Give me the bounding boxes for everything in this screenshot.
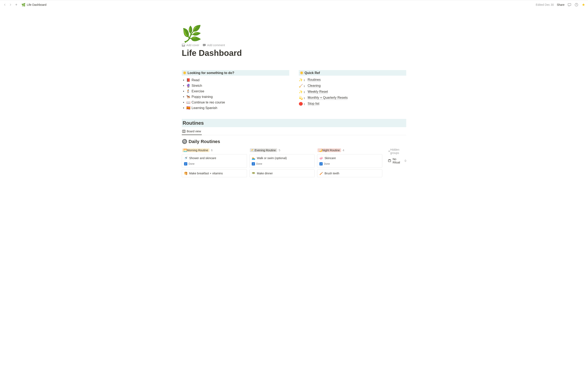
list-item[interactable]: 🔮Stretch bbox=[182, 83, 289, 88]
quickref-column: ☀️Quick Ref ✨↗Routines🧹↗Cleaning✨↗Weekly… bbox=[299, 70, 406, 111]
breadcrumb-icon: 🌿 bbox=[21, 3, 26, 7]
card-title: 🥗Make dinner bbox=[252, 172, 312, 175]
list-item[interactable]: 🐕‍🦺Poppy training bbox=[182, 94, 289, 100]
column-count: 6 bbox=[211, 148, 213, 152]
done-label: Done bbox=[324, 162, 330, 165]
svg-rect-4 bbox=[203, 44, 206, 46]
quickref-link[interactable]: 🛑↗Stop list bbox=[299, 101, 406, 107]
daily-emoji: 🔘 bbox=[182, 139, 187, 144]
board-column: 🌅Morning Routine6🚿Shower and skincare✓Do… bbox=[182, 148, 247, 179]
board-view-tab[interactable]: Board view bbox=[182, 128, 202, 135]
add-cover-button[interactable]: Add cover bbox=[182, 43, 199, 47]
column-tag[interactable]: ⛅Evening Routine bbox=[250, 148, 277, 152]
list-item[interactable]: 📕Read bbox=[182, 77, 289, 83]
svg-point-3 bbox=[183, 44, 183, 45]
add-column-button[interactable]: + bbox=[388, 149, 390, 154]
todo-section-header: ☀️Looking for something to do? bbox=[182, 70, 289, 76]
item-emoji: ✨ bbox=[299, 78, 303, 82]
routines-header: Routines bbox=[182, 119, 406, 127]
list-item[interactable]: 📖Continue te reo course bbox=[182, 100, 289, 105]
board-card[interactable]: 🥞Make breakfast + vitamins bbox=[182, 169, 247, 177]
todo-header-text: Looking for something to do? bbox=[187, 71, 234, 75]
new-page-button[interactable]: + bbox=[14, 2, 19, 7]
nav-back-button[interactable] bbox=[2, 2, 7, 7]
share-button[interactable]: Share bbox=[557, 3, 564, 6]
hidden-groups-header: + Hidden groups bbox=[388, 148, 406, 155]
list-item[interactable]: 🏌️Exercise bbox=[182, 88, 289, 94]
svg-rect-5 bbox=[182, 130, 185, 133]
item-text: Poppy training bbox=[192, 95, 213, 99]
svg-rect-0 bbox=[568, 3, 571, 6]
add-comment-button[interactable]: Add comment bbox=[203, 43, 225, 47]
card-title-text: Skincare bbox=[325, 156, 336, 160]
page-title[interactable]: Life Dashboard bbox=[182, 48, 406, 58]
item-emoji: 🐕‍🦺 bbox=[186, 95, 190, 99]
board-card[interactable]: 🥗Make dinner bbox=[249, 169, 315, 177]
favorite-star-icon[interactable]: ★ bbox=[581, 3, 586, 7]
checkbox-checked-icon[interactable]: ✓ bbox=[184, 162, 187, 165]
quickref-link[interactable]: ✨↗Routines bbox=[299, 77, 406, 83]
no-ritual-count: 0 bbox=[405, 159, 406, 162]
board-card[interactable]: 🚿Shower and skincare✓Done bbox=[182, 154, 247, 168]
comments-icon[interactable] bbox=[567, 3, 572, 7]
card-emoji: 🪥 bbox=[319, 172, 323, 175]
page-icon[interactable]: 🌿 bbox=[182, 26, 406, 42]
item-emoji: 🧹 bbox=[299, 84, 303, 88]
quickref-header-text: Quick Ref bbox=[304, 71, 320, 75]
daily-title-text: Daily Routines bbox=[188, 139, 220, 144]
column-tag[interactable]: 🌅Morning Routine bbox=[182, 148, 209, 152]
link-text: Cleaning bbox=[308, 84, 321, 88]
routines-section: Routines Board view 🔘 Daily Routines 🌅Mo… bbox=[182, 119, 406, 179]
board-column-header: 🌅Morning Routine6 bbox=[182, 148, 247, 154]
item-emoji: ✨ bbox=[299, 90, 303, 94]
link-text: Routines bbox=[308, 78, 321, 82]
column-count: 4 bbox=[343, 148, 344, 152]
item-text: Stretch bbox=[192, 84, 202, 88]
card-done-row: ✓Done bbox=[252, 162, 312, 165]
quickref-link[interactable]: 💫↗Monthly + Quarterly Resets bbox=[299, 95, 406, 101]
nav-forward-button[interactable] bbox=[8, 2, 13, 7]
board-view-label: Board view bbox=[187, 130, 201, 133]
item-emoji: 🔮 bbox=[186, 84, 190, 88]
item-emoji: 🇪🇸 bbox=[186, 106, 190, 110]
todo-list: 📕Read🔮Stretch🏌️Exercise🐕‍🦺Poppy training… bbox=[182, 77, 289, 111]
column-tag[interactable]: 🌙Night Routine bbox=[317, 148, 341, 152]
item-emoji: 💫 bbox=[299, 96, 303, 100]
updates-icon[interactable] bbox=[574, 3, 578, 7]
hidden-groups-column: + Hidden groups No Ritual 0 bbox=[385, 148, 406, 179]
card-done-row: ✓Done bbox=[319, 162, 380, 165]
breadcrumb[interactable]: 🌿 Life Dashboard bbox=[21, 3, 46, 7]
no-ritual-group[interactable]: No Ritual 0 bbox=[388, 158, 406, 164]
board-card[interactable]: 🧼Skincare✓Done bbox=[317, 154, 382, 168]
item-emoji: 🏌️ bbox=[186, 89, 190, 93]
link-text: Weekly Reset bbox=[308, 90, 328, 94]
card-emoji: 🥞 bbox=[184, 172, 187, 175]
sun-icon: ☀️ bbox=[300, 71, 304, 75]
checkbox-checked-icon[interactable]: ✓ bbox=[252, 162, 255, 165]
board-column-header: 🌙Night Routine4 bbox=[317, 148, 382, 154]
topbar-left: + 🌿 Life Dashboard bbox=[2, 2, 46, 7]
edited-timestamp: Edited Dec 30 bbox=[536, 3, 554, 6]
list-item[interactable]: 🇪🇸Learning Spanish bbox=[182, 105, 289, 111]
board-card[interactable]: 🪥Brush teeth bbox=[317, 169, 382, 177]
checkbox-checked-icon[interactable]: ✓ bbox=[319, 162, 323, 165]
link-arrow-icon: ↗ bbox=[303, 79, 306, 82]
card-title: 🪥Brush teeth bbox=[319, 172, 380, 175]
board-card[interactable]: 🏊Walk or swim (optional)✓Done bbox=[249, 154, 315, 168]
add-cover-label: Add cover bbox=[186, 43, 199, 47]
quickref-section-header: ☀️Quick Ref bbox=[299, 70, 406, 76]
image-icon bbox=[182, 43, 185, 47]
link-arrow-icon: ↗ bbox=[303, 85, 306, 88]
no-ritual-label: No Ritual bbox=[393, 158, 403, 164]
card-title: 🚿Shower and skincare bbox=[184, 156, 245, 160]
card-title: 🧼Skincare bbox=[319, 156, 380, 160]
link-arrow-icon: ↗ bbox=[303, 97, 306, 100]
hidden-groups-label[interactable]: Hidden groups bbox=[390, 148, 406, 155]
card-emoji: 🚿 bbox=[184, 156, 187, 160]
done-label: Done bbox=[256, 162, 262, 165]
card-title: 🥞Make breakfast + vitamins bbox=[184, 172, 245, 175]
item-text: Read bbox=[192, 78, 200, 82]
card-title-text: Make breakfast + vitamins bbox=[189, 172, 223, 175]
quickref-link[interactable]: 🧹↗Cleaning bbox=[299, 83, 406, 89]
quickref-link[interactable]: ✨↗Weekly Reset bbox=[299, 89, 406, 95]
